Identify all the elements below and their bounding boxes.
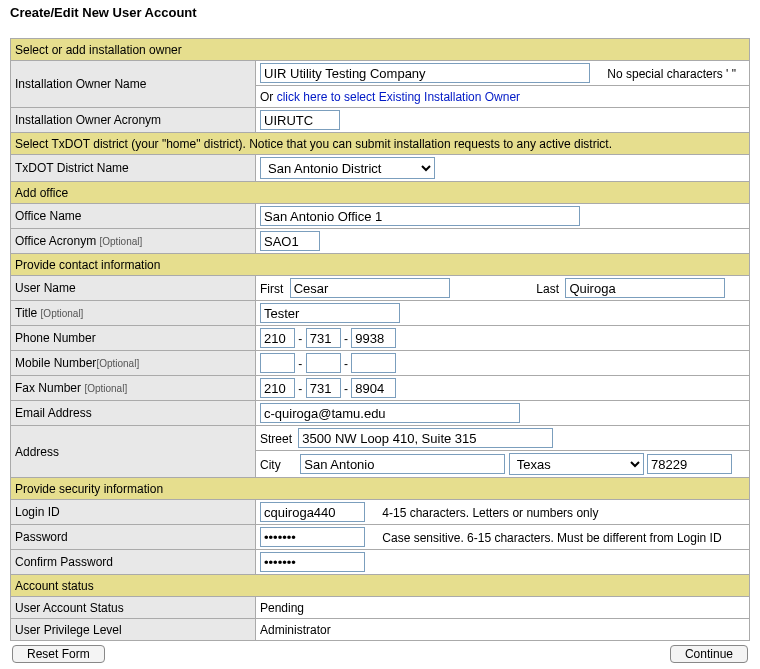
owner-name-input[interactable]: [260, 63, 590, 83]
value-privilege: Administrator: [256, 619, 750, 641]
optional-tag: [Optional]: [96, 358, 139, 369]
label-address: Address: [11, 426, 256, 478]
label-mobile: Mobile Number[Optional]: [11, 351, 256, 376]
page-title: Create/Edit New User Account: [10, 5, 750, 20]
office-name-input[interactable]: [260, 206, 580, 226]
label-privilege: User Privilege Level: [11, 619, 256, 641]
owner-acronym-input[interactable]: [260, 110, 340, 130]
label-last: Last: [536, 282, 559, 296]
email-input[interactable]: [260, 403, 520, 423]
fax3-input[interactable]: [351, 378, 396, 398]
continue-button[interactable]: Continue: [670, 645, 748, 663]
label-district: TxDOT District Name: [11, 155, 256, 182]
section-district: Select TxDOT district (your "home" distr…: [11, 133, 750, 155]
city-input[interactable]: [300, 454, 505, 474]
reset-button[interactable]: Reset Form: [12, 645, 105, 663]
label-confirm-password: Confirm Password: [11, 550, 256, 575]
label-office-name: Office Name: [11, 204, 256, 229]
existing-owner-link[interactable]: click here to select Existing Installati…: [277, 90, 520, 104]
label-user-name: User Name: [11, 276, 256, 301]
state-select[interactable]: Texas: [509, 453, 644, 475]
mobile-text: Mobile Number: [15, 356, 96, 370]
hint-no-special: No special characters ' ": [607, 67, 736, 81]
hint-password: Case sensitive. 6-15 characters. Must be…: [382, 531, 721, 545]
confirm-password-input[interactable]: [260, 552, 365, 572]
fax2-input[interactable]: [306, 378, 341, 398]
label-email: Email Address: [11, 401, 256, 426]
section-owner: Select or add installation owner: [11, 39, 750, 61]
title-text: Title: [15, 306, 37, 320]
section-security: Provide security information: [11, 478, 750, 500]
value-account-status: Pending: [256, 597, 750, 619]
zip-input[interactable]: [647, 454, 732, 474]
mobile3-input[interactable]: [351, 353, 396, 373]
label-office-acronym: Office Acronym [Optional]: [11, 229, 256, 254]
label-first: First: [260, 282, 283, 296]
mobile1-input[interactable]: [260, 353, 295, 373]
office-acronym-input[interactable]: [260, 231, 320, 251]
office-acronym-text: Office Acronym: [15, 234, 96, 248]
phone1-input[interactable]: [260, 328, 295, 348]
optional-tag: [Optional]: [84, 383, 127, 394]
label-owner-name: Installation Owner Name: [11, 61, 256, 108]
label-title: Title [Optional]: [11, 301, 256, 326]
password-input[interactable]: [260, 527, 365, 547]
label-city: City: [260, 458, 294, 472]
first-name-input[interactable]: [290, 278, 450, 298]
label-account-status: User Account Status: [11, 597, 256, 619]
optional-tag: [Optional]: [99, 236, 142, 247]
label-password: Password: [11, 525, 256, 550]
label-login: Login ID: [11, 500, 256, 525]
label-owner-acronym: Installation Owner Acronym: [11, 108, 256, 133]
district-select[interactable]: San Antonio District: [260, 157, 435, 179]
button-row: Reset Form Continue: [10, 645, 750, 663]
label-fax: Fax Number [Optional]: [11, 376, 256, 401]
optional-tag: [Optional]: [41, 308, 84, 319]
hint-login: 4-15 characters. Letters or numbers only: [382, 506, 598, 520]
section-office: Add office: [11, 182, 750, 204]
account-form-table: Select or add installation owner Install…: [10, 38, 750, 641]
label-street: Street: [260, 432, 292, 446]
section-contact: Provide contact information: [11, 254, 750, 276]
label-phone: Phone Number: [11, 326, 256, 351]
street-input[interactable]: [298, 428, 553, 448]
login-input[interactable]: [260, 502, 365, 522]
fax1-input[interactable]: [260, 378, 295, 398]
fax-text: Fax Number: [15, 381, 81, 395]
phone2-input[interactable]: [306, 328, 341, 348]
or-text: Or: [260, 90, 277, 104]
last-name-input[interactable]: [565, 278, 725, 298]
title-input[interactable]: [260, 303, 400, 323]
section-status: Account status: [11, 575, 750, 597]
phone3-input[interactable]: [351, 328, 396, 348]
mobile2-input[interactable]: [306, 353, 341, 373]
